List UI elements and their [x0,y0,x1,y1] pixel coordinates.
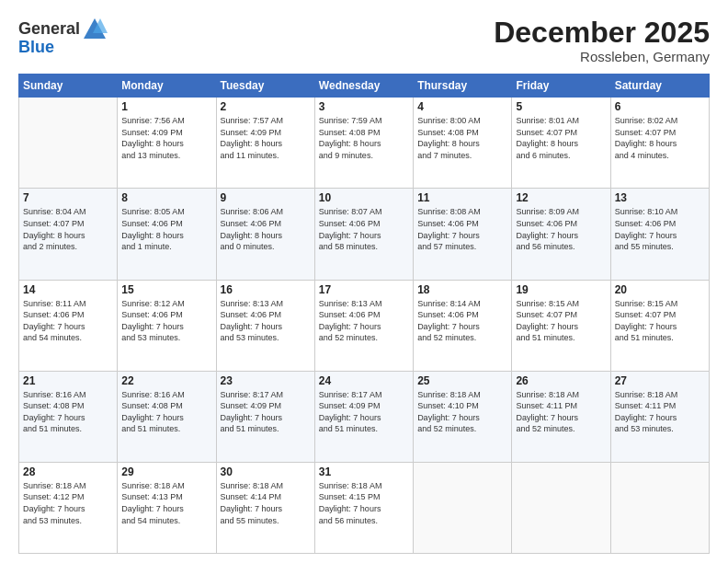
header-row: Sunday Monday Tuesday Wednesday Thursday… [19,75,710,98]
day-number: 22 [121,374,211,387]
day-number: 20 [615,283,705,296]
logo-general-text: General [18,20,80,39]
day-number: 24 [319,374,409,387]
day-number: 8 [121,191,211,204]
day-info: Sunrise: 8:18 AMSunset: 4:14 PMDaylight:… [221,480,311,526]
day-info: Sunrise: 8:15 AMSunset: 4:07 PMDaylight:… [615,298,705,344]
day-info: Sunrise: 8:17 AMSunset: 4:09 PMDaylight:… [319,389,409,435]
table-row: 7Sunrise: 8:04 AMSunset: 4:07 PMDaylight… [19,189,118,280]
day-number: 3 [319,100,409,113]
calendar-week-row: 21Sunrise: 8:16 AMSunset: 4:08 PMDayligh… [19,371,710,462]
day-number: 13 [615,191,705,204]
table-row: 31Sunrise: 8:18 AMSunset: 4:15 PMDayligh… [314,462,413,553]
col-thursday: Thursday [414,75,512,98]
day-number: 30 [221,465,311,478]
table-row: 6Sunrise: 8:02 AMSunset: 4:07 PMDaylight… [610,98,709,189]
table-row: 23Sunrise: 8:17 AMSunset: 4:09 PMDayligh… [216,371,314,462]
day-info: Sunrise: 7:57 AMSunset: 4:09 PMDaylight:… [221,115,311,161]
day-number: 11 [417,191,507,204]
table-row: 16Sunrise: 8:13 AMSunset: 4:06 PMDayligh… [216,280,314,371]
table-row: 14Sunrise: 8:11 AMSunset: 4:06 PMDayligh… [19,280,118,371]
day-number: 10 [319,191,409,204]
calendar-table: Sunday Monday Tuesday Wednesday Thursday… [18,74,710,554]
table-row: 30Sunrise: 8:18 AMSunset: 4:14 PMDayligh… [216,462,314,553]
day-number: 14 [23,283,113,296]
table-row: 17Sunrise: 8:13 AMSunset: 4:06 PMDayligh… [314,280,413,371]
day-info: Sunrise: 8:12 AMSunset: 4:06 PMDaylight:… [121,298,211,344]
day-number: 12 [516,191,606,204]
day-info: Sunrise: 8:13 AMSunset: 4:06 PMDaylight:… [221,298,311,344]
col-wednesday: Wednesday [314,75,413,98]
day-info: Sunrise: 8:18 AMSunset: 4:12 PMDaylight:… [23,480,113,526]
day-info: Sunrise: 8:07 AMSunset: 4:06 PMDaylight:… [319,206,409,252]
table-row: 22Sunrise: 8:16 AMSunset: 4:08 PMDayligh… [118,371,216,462]
day-number: 9 [221,191,311,204]
day-info: Sunrise: 8:16 AMSunset: 4:08 PMDaylight:… [121,389,211,435]
day-number: 16 [221,283,311,296]
table-row: 29Sunrise: 8:18 AMSunset: 4:13 PMDayligh… [118,462,216,553]
header: General Blue December 2025 Rossleben, Ge… [18,17,710,64]
month-year: December 2025 [494,17,710,49]
day-number: 31 [319,465,409,478]
table-row: 25Sunrise: 8:18 AMSunset: 4:10 PMDayligh… [414,371,512,462]
col-tuesday: Tuesday [216,75,314,98]
day-info: Sunrise: 8:16 AMSunset: 4:08 PMDaylight:… [23,389,113,435]
table-row [610,462,709,553]
day-number: 23 [221,374,311,387]
col-friday: Friday [512,75,610,98]
title-block: December 2025 Rossleben, Germany [494,17,710,64]
table-row: 10Sunrise: 8:07 AMSunset: 4:06 PMDayligh… [314,189,413,280]
table-row: 20Sunrise: 8:15 AMSunset: 4:07 PMDayligh… [610,280,709,371]
table-row: 19Sunrise: 8:15 AMSunset: 4:07 PMDayligh… [512,280,610,371]
day-number: 18 [417,283,507,296]
day-number: 26 [516,374,606,387]
table-row: 27Sunrise: 8:18 AMSunset: 4:11 PMDayligh… [610,371,709,462]
calendar-week-row: 1Sunrise: 7:56 AMSunset: 4:09 PMDaylight… [19,98,710,189]
day-number: 17 [319,283,409,296]
table-row: 4Sunrise: 8:00 AMSunset: 4:08 PMDaylight… [414,98,512,189]
day-info: Sunrise: 8:18 AMSunset: 4:11 PMDaylight:… [615,389,705,435]
day-number: 4 [417,100,507,113]
table-row: 13Sunrise: 8:10 AMSunset: 4:06 PMDayligh… [610,189,709,280]
table-row: 26Sunrise: 8:18 AMSunset: 4:11 PMDayligh… [512,371,610,462]
day-info: Sunrise: 8:18 AMSunset: 4:15 PMDaylight:… [319,480,409,526]
table-row [512,462,610,553]
table-row: 28Sunrise: 8:18 AMSunset: 4:12 PMDayligh… [19,462,118,553]
day-info: Sunrise: 8:09 AMSunset: 4:06 PMDaylight:… [516,206,606,252]
table-row: 18Sunrise: 8:14 AMSunset: 4:06 PMDayligh… [414,280,512,371]
day-number: 6 [615,100,705,113]
day-info: Sunrise: 8:17 AMSunset: 4:09 PMDaylight:… [221,389,311,435]
calendar-week-row: 7Sunrise: 8:04 AMSunset: 4:07 PMDaylight… [19,189,710,280]
day-info: Sunrise: 8:05 AMSunset: 4:06 PMDaylight:… [121,206,211,252]
day-info: Sunrise: 8:01 AMSunset: 4:07 PMDaylight:… [516,115,606,161]
day-info: Sunrise: 8:15 AMSunset: 4:07 PMDaylight:… [516,298,606,344]
table-row: 8Sunrise: 8:05 AMSunset: 4:06 PMDaylight… [118,189,216,280]
day-number: 15 [121,283,211,296]
table-row [414,462,512,553]
col-monday: Monday [118,75,216,98]
day-number: 21 [23,374,113,387]
table-row: 21Sunrise: 8:16 AMSunset: 4:08 PMDayligh… [19,371,118,462]
day-info: Sunrise: 7:59 AMSunset: 4:08 PMDaylight:… [319,115,409,161]
table-row: 24Sunrise: 8:17 AMSunset: 4:09 PMDayligh… [314,371,413,462]
day-info: Sunrise: 8:18 AMSunset: 4:11 PMDaylight:… [516,389,606,435]
table-row [19,98,118,189]
day-info: Sunrise: 8:14 AMSunset: 4:06 PMDaylight:… [417,298,507,344]
day-info: Sunrise: 8:11 AMSunset: 4:06 PMDaylight:… [23,298,113,344]
day-number: 1 [121,100,211,113]
day-number: 19 [516,283,606,296]
table-row: 1Sunrise: 7:56 AMSunset: 4:09 PMDaylight… [118,98,216,189]
day-info: Sunrise: 8:08 AMSunset: 4:06 PMDaylight:… [417,206,507,252]
day-info: Sunrise: 8:18 AMSunset: 4:10 PMDaylight:… [417,389,507,435]
table-row: 9Sunrise: 8:06 AMSunset: 4:06 PMDaylight… [216,189,314,280]
day-info: Sunrise: 8:04 AMSunset: 4:07 PMDaylight:… [23,206,113,252]
calendar-week-row: 28Sunrise: 8:18 AMSunset: 4:12 PMDayligh… [19,462,710,553]
day-info: Sunrise: 7:56 AMSunset: 4:09 PMDaylight:… [121,115,211,161]
day-info: Sunrise: 8:10 AMSunset: 4:06 PMDaylight:… [615,206,705,252]
col-saturday: Saturday [610,75,709,98]
day-number: 7 [23,191,113,204]
table-row: 2Sunrise: 7:57 AMSunset: 4:09 PMDaylight… [216,98,314,189]
day-info: Sunrise: 8:13 AMSunset: 4:06 PMDaylight:… [319,298,409,344]
day-info: Sunrise: 8:02 AMSunset: 4:07 PMDaylight:… [615,115,705,161]
table-row: 11Sunrise: 8:08 AMSunset: 4:06 PMDayligh… [414,189,512,280]
